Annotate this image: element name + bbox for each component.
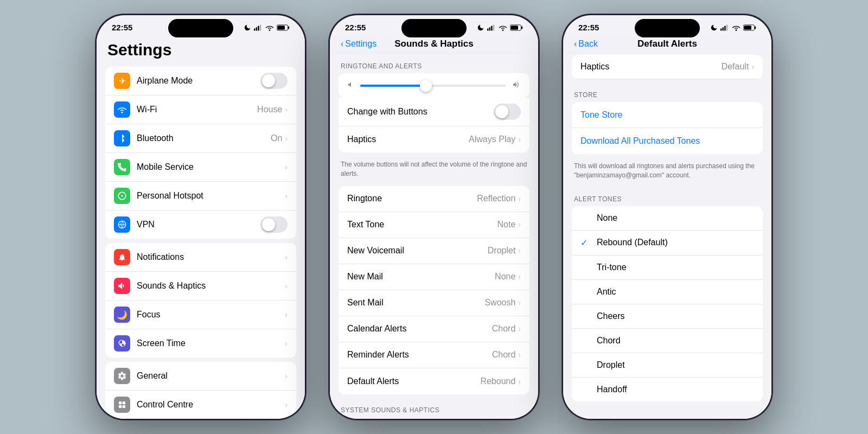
tone-item-tritone[interactable]: Tri-tone <box>572 256 763 280</box>
svg-rect-1 <box>256 27 257 30</box>
alerts-screen: Haptics Default › STORE Tone Store Downl… <box>563 55 771 419</box>
sound-items-group: Ringtone Reflection › Text Tone Note › N… <box>339 186 529 394</box>
list-item-changewithbuttons[interactable]: Change with Buttons <box>339 98 529 126</box>
label-changewithbuttons: Change with Buttons <box>347 107 494 117</box>
label-calendaralerts: Calendar Alerts <box>347 324 492 334</box>
value-sentmail: Swoosh <box>484 298 515 308</box>
battery-icon-3 <box>743 24 756 31</box>
list-item-focus[interactable]: 🌙 Focus › <box>105 301 296 329</box>
back-button-sounds[interactable]: ‹ Settings <box>341 39 376 49</box>
list-item-hotspot[interactable]: Personal Hotspot › <box>105 182 296 210</box>
list-item-control[interactable]: Control Centre › <box>105 391 296 419</box>
list-item-airplane[interactable]: ✈ Airplane Mode <box>105 67 296 95</box>
vpn-toggle[interactable] <box>260 216 288 233</box>
focus-icon: 🌙 <box>114 307 130 323</box>
list-item-vpn[interactable]: VPN <box>105 210 296 239</box>
list-item-defaultalerts[interactable]: Default Alerts Rebound › <box>339 368 529 394</box>
list-item-newmail[interactable]: New Mail None › <box>339 264 529 290</box>
airplane-toggle[interactable] <box>260 73 288 89</box>
tone-item-chord[interactable]: Chord <box>572 329 763 353</box>
list-item-remindralerts[interactable]: Reminder Alerts Chord › <box>339 342 529 368</box>
haptics-label: Haptics <box>580 62 722 72</box>
svg-rect-14 <box>487 28 488 30</box>
changewithbuttons-toggle[interactable] <box>494 104 521 120</box>
tone-item-droplet[interactable]: Droplet <box>572 353 763 378</box>
section-general: General › Control Centre › Display & <box>105 362 296 419</box>
list-item-screentime[interactable]: Screen Time › <box>105 329 296 358</box>
chevron-bluetooth: › <box>285 134 288 143</box>
chevron-control: › <box>285 400 288 409</box>
chevron-notifications: › <box>285 253 288 261</box>
list-item-notifications[interactable]: Notifications › <box>105 243 296 272</box>
bluetooth-icon <box>114 130 130 146</box>
volume-slider[interactable] <box>360 85 506 87</box>
svg-rect-27 <box>744 25 751 30</box>
label-sentmail: Sent Mail <box>347 298 484 308</box>
svg-rect-22 <box>723 27 724 30</box>
section-system: Notifications › Sounds & Haptics › 🌙 Foc… <box>105 243 296 358</box>
list-item-wifi[interactable]: Wi-Fi House › <box>105 95 296 124</box>
svg-rect-26 <box>755 26 756 29</box>
list-item-sounds[interactable]: Sounds & Haptics › <box>105 272 296 301</box>
sounds-icon <box>114 278 130 294</box>
status-right <box>244 24 290 31</box>
chevron-hotspot: › <box>285 192 288 200</box>
label-newmail: New Mail <box>347 272 495 282</box>
label-notifications: Notifications <box>137 252 285 262</box>
tone-item-antic[interactable]: Antic <box>572 280 763 304</box>
check-rebound: ✓ <box>580 238 589 248</box>
list-item-sentmail[interactable]: Sent Mail Swoosh › <box>339 290 529 316</box>
list-item-tonestore[interactable]: Tone Store <box>572 102 763 128</box>
list-item-newvoicemail[interactable]: New Voicemail Droplet › <box>339 238 529 264</box>
back-label-alerts: Back <box>578 39 598 49</box>
moon-icon <box>244 24 251 31</box>
hotspot-icon <box>114 188 130 204</box>
wifi-icon <box>265 24 274 31</box>
chevron-newvoicemail: › <box>518 246 521 255</box>
list-item-mobile[interactable]: Mobile Service › <box>105 153 296 182</box>
tone-item-rebound[interactable]: ✓ Rebound (Default) <box>572 231 763 256</box>
label-remindralerts: Reminder Alerts <box>347 350 492 360</box>
chevron-screentime: › <box>285 339 288 348</box>
label-hotspot: Personal Hotspot <box>137 191 285 201</box>
phone-alerts: 22:55 ‹ Back Default Alerts Haptics Defa… <box>561 14 773 420</box>
list-item-ringtone[interactable]: Ringtone Reflection › <box>339 186 529 212</box>
list-item-bluetooth[interactable]: Bluetooth On › <box>105 124 296 153</box>
chevron-texttone: › <box>518 220 521 229</box>
list-item-texttone[interactable]: Text Tone Note › <box>339 212 529 238</box>
chevron-haptics: › <box>751 62 754 71</box>
svg-rect-3 <box>260 24 261 30</box>
notifications-icon <box>114 249 130 265</box>
chevron-remindralerts: › <box>518 350 521 359</box>
tone-item-handoff[interactable]: Handoff <box>572 378 763 401</box>
svg-rect-16 <box>491 25 492 30</box>
volume-row[interactable] <box>339 73 529 98</box>
back-button-alerts[interactable]: ‹ Back <box>574 39 598 49</box>
list-item-calendaralerts[interactable]: Calendar Alerts Chord › <box>339 316 529 342</box>
tone-item-cheers[interactable]: Cheers <box>572 304 763 329</box>
svg-rect-20 <box>510 25 518 30</box>
airplane-icon: ✈ <box>114 73 130 89</box>
tone-item-none[interactable]: None <box>572 206 763 231</box>
nav-bar-sounds: ‹ Settings Sounds & Haptics <box>330 35 538 55</box>
buttons-group: Change with Buttons Haptics Always Play … <box>339 98 529 152</box>
list-item-download[interactable]: Download All Purchased Tones <box>572 128 763 154</box>
status-time-3: 22:55 <box>578 23 599 32</box>
phone-sounds: 22:55 ‹ Settings Sounds & Haptics RINGTO… <box>328 14 540 420</box>
volume-thumb <box>420 80 432 92</box>
tone-label-cheers: Cheers <box>597 311 625 321</box>
value-bluetooth: On <box>271 133 282 143</box>
list-item-general[interactable]: General › <box>105 362 296 391</box>
chevron-calendaralerts: › <box>518 324 521 333</box>
list-item-haptics-sounds[interactable]: Haptics Always Play › <box>339 126 529 152</box>
svg-rect-0 <box>254 28 255 30</box>
chevron-sentmail: › <box>518 298 521 307</box>
tone-label-none: None <box>597 213 617 223</box>
store-section-header: STORE <box>563 84 771 102</box>
haptics-row[interactable]: Haptics Default › <box>572 55 763 79</box>
tone-label-tritone: Tri-tone <box>597 263 627 272</box>
chevron-wifi: › <box>285 105 288 114</box>
page-title: Settings <box>97 35 305 67</box>
settings-screen: Settings ✈ Airplane Mode Wi-Fi House › <box>97 35 305 419</box>
label-wifi: Wi-Fi <box>137 105 257 114</box>
